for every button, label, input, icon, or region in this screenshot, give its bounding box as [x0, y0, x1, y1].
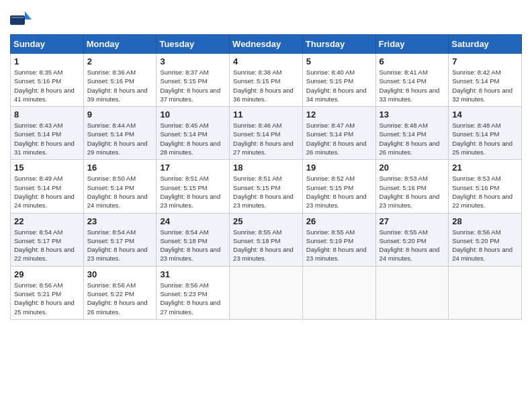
- day-number: 28: [452, 216, 518, 226]
- day-number: 2: [87, 56, 153, 66]
- day-detail: Sunrise: 8:47 AM Sunset: 5:14 PM Dayligh…: [306, 121, 372, 156]
- day-cell-26: 26 Sunrise: 8:55 AM Sunset: 5:19 PM Dayl…: [302, 213, 375, 266]
- day-cell-29: 29 Sunrise: 8:56 AM Sunset: 5:21 PM Dayl…: [11, 266, 84, 319]
- day-detail: Sunrise: 8:44 AM Sunset: 5:14 PM Dayligh…: [87, 121, 153, 156]
- day-number: 8: [14, 109, 80, 120]
- week-row-2: 8 Sunrise: 8:43 AM Sunset: 5:14 PM Dayli…: [11, 107, 522, 160]
- day-detail: Sunrise: 8:41 AM Sunset: 5:14 PM Dayligh…: [380, 68, 445, 103]
- day-number: 21: [452, 163, 518, 173]
- day-cell-22: 22 Sunrise: 8:54 AM Sunset: 5:17 PM Dayl…: [11, 213, 84, 266]
- empty-cell: [375, 266, 449, 319]
- calendar-table: SundayMondayTuesdayWednesdayThursdayFrid…: [10, 34, 522, 320]
- day-number: 26: [306, 216, 372, 226]
- day-number: 15: [14, 163, 80, 173]
- week-row-4: 22 Sunrise: 8:54 AM Sunset: 5:17 PM Dayl…: [11, 213, 522, 266]
- weekday-sunday: Sunday: [11, 35, 84, 54]
- day-number: 5: [306, 56, 372, 66]
- day-number: 7: [452, 56, 518, 66]
- day-detail: Sunrise: 8:36 AM Sunset: 5:16 PM Dayligh…: [87, 68, 153, 103]
- weekday-friday: Friday: [375, 35, 449, 54]
- day-cell-5: 5 Sunrise: 8:40 AM Sunset: 5:15 PM Dayli…: [302, 54, 375, 107]
- day-detail: Sunrise: 8:56 AM Sunset: 5:21 PM Dayligh…: [14, 281, 80, 316]
- day-detail: Sunrise: 8:45 AM Sunset: 5:14 PM Dayligh…: [160, 121, 226, 156]
- day-number: 27: [380, 216, 445, 226]
- day-detail: Sunrise: 8:55 AM Sunset: 5:19 PM Dayligh…: [306, 228, 372, 263]
- day-detail: Sunrise: 8:51 AM Sunset: 5:15 PM Dayligh…: [233, 174, 299, 210]
- day-cell-8: 8 Sunrise: 8:43 AM Sunset: 5:14 PM Dayli…: [11, 107, 84, 160]
- day-cell-20: 20 Sunrise: 8:53 AM Sunset: 5:16 PM Dayl…: [375, 160, 449, 213]
- day-number: 14: [452, 109, 518, 120]
- day-cell-21: 21 Sunrise: 8:53 AM Sunset: 5:16 PM Dayl…: [449, 160, 522, 213]
- day-detail: Sunrise: 8:54 AM Sunset: 5:17 PM Dayligh…: [14, 228, 80, 263]
- day-detail: Sunrise: 8:52 AM Sunset: 5:15 PM Dayligh…: [306, 174, 372, 210]
- day-detail: Sunrise: 8:53 AM Sunset: 5:16 PM Dayligh…: [452, 174, 518, 210]
- day-detail: Sunrise: 8:56 AM Sunset: 5:20 PM Dayligh…: [452, 228, 518, 263]
- day-detail: Sunrise: 8:48 AM Sunset: 5:14 PM Dayligh…: [452, 121, 518, 156]
- day-cell-28: 28 Sunrise: 8:56 AM Sunset: 5:20 PM Dayl…: [449, 213, 522, 266]
- day-cell-12: 12 Sunrise: 8:47 AM Sunset: 5:14 PM Dayl…: [302, 107, 375, 160]
- day-cell-6: 6 Sunrise: 8:41 AM Sunset: 5:14 PM Dayli…: [375, 54, 449, 107]
- weekday-wednesday: Wednesday: [230, 35, 303, 54]
- day-cell-24: 24 Sunrise: 8:54 AM Sunset: 5:18 PM Dayl…: [157, 213, 230, 266]
- day-cell-4: 4 Sunrise: 8:38 AM Sunset: 5:15 PM Dayli…: [230, 54, 303, 107]
- day-detail: Sunrise: 8:42 AM Sunset: 5:14 PM Dayligh…: [452, 68, 518, 103]
- day-detail: Sunrise: 8:50 AM Sunset: 5:14 PM Dayligh…: [87, 174, 153, 210]
- day-number: 18: [233, 163, 299, 173]
- day-cell-17: 17 Sunrise: 8:51 AM Sunset: 5:15 PM Dayl…: [157, 160, 230, 213]
- logo-icon: [10, 10, 32, 29]
- day-detail: Sunrise: 8:55 AM Sunset: 5:20 PM Dayligh…: [380, 228, 445, 263]
- day-number: 24: [160, 216, 226, 226]
- header: [10, 7, 522, 29]
- day-cell-25: 25 Sunrise: 8:55 AM Sunset: 5:18 PM Dayl…: [230, 213, 303, 266]
- day-detail: Sunrise: 8:49 AM Sunset: 5:14 PM Dayligh…: [14, 174, 80, 210]
- day-number: 4: [233, 56, 299, 66]
- svg-marker-1: [25, 11, 32, 19]
- svg-rect-2: [11, 17, 24, 18]
- day-cell-23: 23 Sunrise: 8:54 AM Sunset: 5:17 PM Dayl…: [83, 213, 157, 266]
- day-number: 16: [87, 163, 153, 173]
- day-number: 13: [380, 109, 445, 120]
- day-number: 9: [87, 109, 153, 120]
- day-cell-7: 7 Sunrise: 8:42 AM Sunset: 5:14 PM Dayli…: [449, 54, 522, 107]
- day-cell-15: 15 Sunrise: 8:49 AM Sunset: 5:14 PM Dayl…: [11, 160, 84, 213]
- day-detail: Sunrise: 8:46 AM Sunset: 5:14 PM Dayligh…: [233, 121, 299, 156]
- day-cell-31: 31 Sunrise: 8:56 AM Sunset: 5:23 PM Dayl…: [157, 266, 230, 319]
- empty-cell: [449, 266, 522, 319]
- week-row-5: 29 Sunrise: 8:56 AM Sunset: 5:21 PM Dayl…: [11, 266, 522, 319]
- empty-cell: [302, 266, 375, 319]
- day-number: 10: [160, 109, 226, 120]
- day-cell-3: 3 Sunrise: 8:37 AM Sunset: 5:15 PM Dayli…: [157, 54, 230, 107]
- day-detail: Sunrise: 8:40 AM Sunset: 5:15 PM Dayligh…: [306, 68, 372, 103]
- day-cell-16: 16 Sunrise: 8:50 AM Sunset: 5:14 PM Dayl…: [83, 160, 157, 213]
- day-number: 29: [14, 269, 80, 279]
- weekday-tuesday: Tuesday: [157, 35, 230, 54]
- day-number: 19: [306, 163, 372, 173]
- week-row-1: 1 Sunrise: 8:35 AM Sunset: 5:16 PM Dayli…: [11, 54, 522, 107]
- day-detail: Sunrise: 8:37 AM Sunset: 5:15 PM Dayligh…: [160, 68, 226, 103]
- day-detail: Sunrise: 8:43 AM Sunset: 5:14 PM Dayligh…: [14, 121, 80, 156]
- weekday-monday: Monday: [83, 35, 157, 54]
- weekday-thursday: Thursday: [302, 35, 375, 54]
- day-cell-30: 30 Sunrise: 8:56 AM Sunset: 5:22 PM Dayl…: [83, 266, 157, 319]
- day-number: 12: [306, 109, 372, 120]
- day-cell-10: 10 Sunrise: 8:45 AM Sunset: 5:14 PM Dayl…: [157, 107, 230, 160]
- day-cell-9: 9 Sunrise: 8:44 AM Sunset: 5:14 PM Dayli…: [83, 107, 157, 160]
- day-detail: Sunrise: 8:38 AM Sunset: 5:15 PM Dayligh…: [233, 68, 299, 103]
- day-cell-18: 18 Sunrise: 8:51 AM Sunset: 5:15 PM Dayl…: [230, 160, 303, 213]
- day-detail: Sunrise: 8:35 AM Sunset: 5:16 PM Dayligh…: [14, 68, 80, 103]
- day-cell-2: 2 Sunrise: 8:36 AM Sunset: 5:16 PM Dayli…: [83, 54, 157, 107]
- day-number: 31: [160, 269, 226, 279]
- day-number: 23: [87, 216, 153, 226]
- day-number: 11: [233, 109, 299, 120]
- day-cell-19: 19 Sunrise: 8:52 AM Sunset: 5:15 PM Dayl…: [302, 160, 375, 213]
- day-number: 3: [160, 56, 226, 66]
- day-cell-14: 14 Sunrise: 8:48 AM Sunset: 5:14 PM Dayl…: [449, 107, 522, 160]
- weekday-saturday: Saturday: [449, 35, 522, 54]
- day-number: 17: [160, 163, 226, 173]
- day-detail: Sunrise: 8:56 AM Sunset: 5:22 PM Dayligh…: [87, 281, 153, 316]
- empty-cell: [230, 266, 303, 319]
- day-detail: Sunrise: 8:54 AM Sunset: 5:18 PM Dayligh…: [160, 228, 226, 263]
- day-number: 20: [380, 163, 445, 173]
- logo: [10, 7, 34, 29]
- weekday-header-row: SundayMondayTuesdayWednesdayThursdayFrid…: [11, 35, 522, 54]
